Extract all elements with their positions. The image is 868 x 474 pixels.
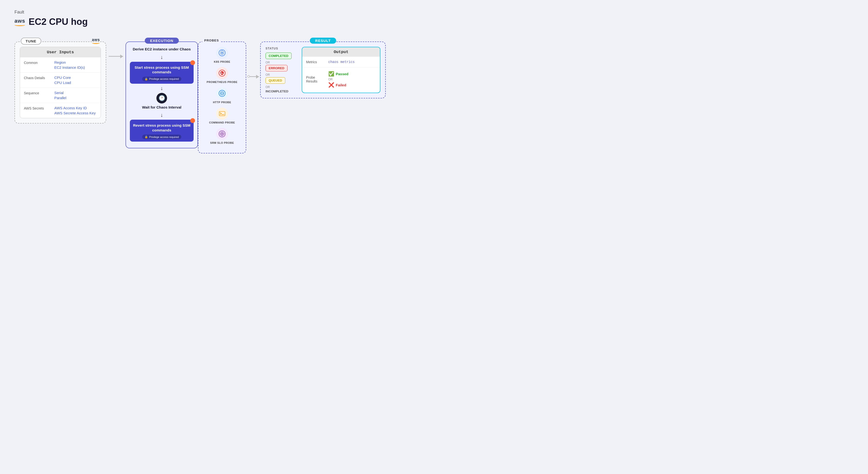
input-value-secret-access-key: AWS Secrete Access Key [54, 111, 96, 115]
output-column: Output Metrics chaos metrics Probe Resul… [302, 47, 380, 93]
exec-corner-icon-1 [190, 60, 195, 65]
metrics-value: chaos metrics [328, 60, 354, 64]
exec-box-revert-badge: 🔒 Privilege access required [142, 135, 181, 139]
k8s-probe-icon [216, 47, 228, 59]
svg-point-2 [221, 52, 223, 54]
probe-item-http: HTTP PROBE [201, 87, 243, 104]
status-column: STATUS COMPLETED OR ERRORED OR QUEUED OR… [266, 47, 297, 93]
tune-aws-logo: aws [92, 38, 100, 44]
passed-text: Passed [336, 72, 348, 76]
output-row-metrics: Metrics chaos metrics [302, 57, 380, 68]
input-row-aws-secrets: AWS Secrets AWS Access Key ID AWS Secret… [20, 103, 101, 118]
wait-clock-icon: 🕐 [156, 93, 167, 103]
input-values-chaos: CPU Core CPU Load [54, 75, 71, 85]
exec-box-start-title: Start stress process using SSM commands [133, 65, 191, 74]
exec-step-wait-text: Wait for Chaos Interval [130, 105, 194, 110]
fault-label: Fault [14, 10, 854, 15]
input-category-sequence: Sequence [24, 91, 51, 95]
output-row-probe-results: Probe Results ✅ Passed OR ❌ Failed [302, 68, 380, 91]
page-title: EC2 CPU hog [29, 16, 88, 27]
exec-arrow-1: ↓ [130, 54, 194, 60]
input-category-aws-secrets: AWS Secrets [24, 106, 51, 110]
result-section: RESULT STATUS COMPLETED OR ERRORED OR QU… [260, 41, 386, 98]
status-or-2: OR [266, 73, 297, 76]
lock-icon-2: 🔒 [145, 135, 148, 138]
execution-label: EXECUTION [145, 38, 179, 44]
exec-arrow-2: ↓ [130, 85, 194, 92]
page-header: Fault aws EC2 CPU hog [14, 10, 854, 27]
input-value-cpu-core: CPU Core [54, 75, 71, 79]
execution-section: EXECUTION Derive EC2 instance under Chao… [126, 41, 198, 148]
input-row-common: Common Region EC2 Instance ID(s) [20, 58, 101, 73]
title-row: aws EC2 CPU hog [14, 16, 854, 27]
probe-item-prometheus: PROMETHEUS PROBE [201, 67, 243, 83]
svg-point-14 [221, 133, 223, 135]
aws-logo: aws [14, 18, 25, 26]
check-circle-icon: ✅ [328, 71, 334, 77]
tune-label: TUNE [21, 38, 41, 45]
input-category-common: Common [24, 60, 51, 65]
exec-step-wait: 🕐 Wait for Chaos Interval [130, 93, 194, 110]
status-badge-errored: ERRORED [266, 65, 287, 71]
exec-badge-text-2: Privilege access required [149, 136, 179, 138]
tune-aws-text: aws [92, 38, 100, 42]
probe-item-command: COMMAND PROBE [201, 108, 243, 124]
command-probe-icon [216, 108, 228, 120]
arrow-tune-execution [106, 56, 126, 57]
probe-item-srm: SRM SLO PROBE [201, 128, 243, 144]
input-category-chaos: Chaos Details [24, 75, 51, 80]
probes-section: PROBES K8S PROBE PRO [198, 41, 246, 154]
aws-smile-icon [14, 24, 25, 26]
exec-box-start-badge: 🔒 Privilege access required [142, 77, 181, 81]
probe-results-label: Probe Results [306, 75, 326, 83]
aws-text: aws [14, 18, 25, 24]
tune-section: TUNE aws User Inputs Common Region EC2 I… [14, 41, 106, 124]
result-inner: STATUS COMPLETED OR ERRORED OR QUEUED OR… [266, 47, 380, 93]
status-section-label: STATUS [266, 47, 297, 50]
probes-label: PROBES [202, 39, 221, 42]
srm-probe-icon [216, 128, 228, 140]
probe-result-passed: ✅ Passed [328, 71, 348, 77]
status-or-1: OR [266, 61, 297, 64]
input-value-region: Region [54, 60, 85, 64]
input-values-sequence: Serial Parallel [54, 91, 66, 100]
input-values-aws-secrets: AWS Access Key ID AWS Secrete Access Key [54, 106, 96, 115]
input-value-access-key-id: AWS Access Key ID [54, 106, 96, 110]
status-or-3: OR [266, 86, 297, 89]
svg-rect-5 [222, 73, 223, 74]
exec-step-derive-text: Derive EC2 instance under Chaos [130, 47, 194, 52]
http-probe-icon [216, 87, 228, 99]
input-value-cpu-load: CPU Load [54, 80, 71, 85]
status-badge-queued: QUEUED [266, 77, 285, 84]
result-label: RESULT [310, 38, 336, 44]
exec-step-derive: Derive EC2 instance under Chaos [130, 47, 194, 52]
exec-arrow-3: ↓ [130, 112, 194, 118]
result-arrow-line [249, 76, 259, 77]
exec-corner-icon-2 [190, 118, 195, 123]
input-value-parallel: Parallel [54, 96, 66, 100]
svg-rect-4 [221, 72, 222, 74]
command-probe-name: COMMAND PROBE [209, 121, 235, 124]
input-row-chaos: Chaos Details CPU Core CPU Load [20, 73, 101, 88]
arrow-probes-result [246, 75, 260, 78]
output-header: Output [302, 47, 380, 57]
input-value-serial: Serial [54, 91, 66, 95]
user-inputs-header: User Inputs [20, 47, 101, 58]
probe-result-failed: ❌ Failed [328, 82, 348, 88]
srm-probe-name: SRM SLO PROBE [210, 141, 234, 144]
svg-rect-10 [219, 111, 225, 116]
tune-aws-smile-icon [92, 42, 100, 44]
user-inputs-box: User Inputs Common Region EC2 Instance I… [20, 47, 101, 118]
exec-box-start-stress: Start stress process using SSM commands … [130, 62, 194, 84]
input-row-sequence: Sequence Serial Parallel [20, 88, 101, 103]
metrics-label: Metrics [306, 60, 326, 64]
diagram-container: TUNE aws User Inputs Common Region EC2 I… [14, 37, 854, 154]
x-circle-icon: ❌ [328, 82, 334, 88]
status-badge-completed: COMPLETED [266, 53, 291, 59]
probe-or-text: OR [328, 78, 348, 81]
status-incompleted: INCOMPLETED [266, 90, 297, 93]
exec-badge-text-1: Privilege access required [149, 77, 179, 80]
http-probe-name: HTTP PROBE [213, 101, 231, 104]
k8s-probe-name: K8S PROBE [214, 60, 230, 63]
prometheus-probe-icon [216, 67, 228, 79]
